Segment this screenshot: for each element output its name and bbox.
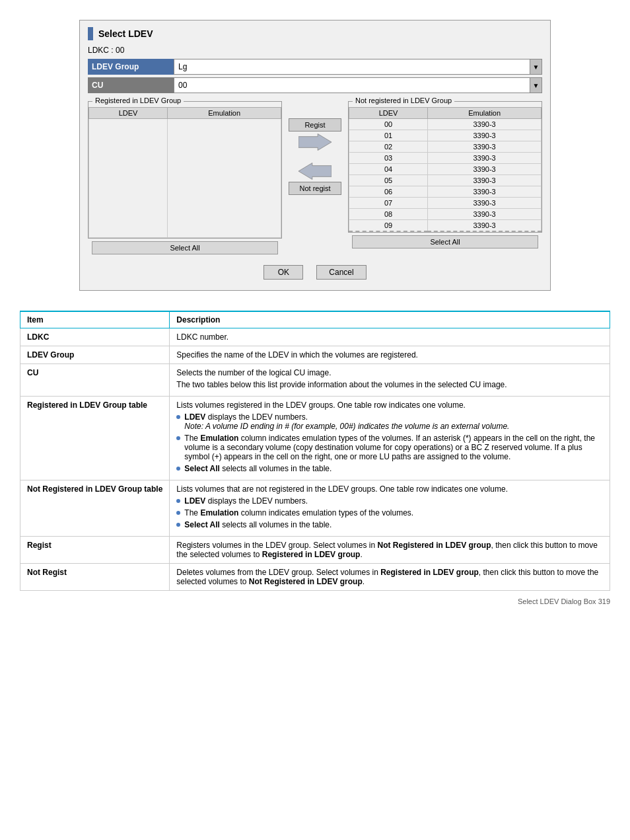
select-all-right-btn[interactable]: Select All (352, 235, 538, 248)
doc-row-not-regist: Not Regist Deletes volumes from the LDEV… (20, 564, 610, 591)
doc-row-regist: Regist Registers volumes in the LDEV gro… (20, 537, 610, 564)
not-registered-scroll[interactable]: LDEV Emulation 003390-3013390-3023390-30… (349, 107, 542, 232)
doc-desc-cu: Selects the number of the logical CU ima… (170, 364, 610, 397)
bullet-dot-2 (176, 436, 180, 440)
not-registered-panel-title: Not registered in LDEV Group (353, 96, 454, 104)
ldev-cell: 09 (349, 220, 428, 232)
ldev-cell: 05 (349, 175, 428, 186)
table-row: 053390-3 (349, 175, 542, 186)
bullet-selectall-not-registered: Select All selects all volumes in the ta… (176, 520, 603, 529)
doc-table-wrapper: Item Description LDKC LDKC number. LDEV … (0, 311, 630, 591)
select-all-left-btn[interactable]: Select All (92, 241, 278, 254)
emulation-cell: 3390-3 (428, 175, 542, 186)
svg-marker-1 (298, 163, 332, 180)
ldev-cell: 03 (349, 153, 428, 164)
doc-item-not-registered: Not Registered in LDEV Group table (20, 480, 170, 537)
page-footer: Select LDEV Dialog Box 319 (0, 591, 630, 612)
emulation-cell: 3390-3 (428, 119, 542, 130)
not-registered-panel: Not registered in LDEV Group LDEV Emulat… (348, 98, 542, 251)
table-row: 073390-3 (349, 198, 542, 209)
doc-desc-ldev-group: Specifies the name of the LDEV in which … (170, 346, 610, 364)
cu-select[interactable]: 00 ▼ (174, 77, 542, 93)
table-row: 093390-3 (349, 220, 542, 232)
cu-arrow[interactable]: ▼ (530, 78, 542, 93)
table-row: 013390-3 (349, 130, 542, 141)
ldkc-row: LDKC : 00 (88, 46, 542, 55)
bullet-dot-5 (176, 511, 180, 515)
doc-row-cu: CU Selects the number of the logical CU … (20, 364, 610, 397)
select-ldev-dialog: Select LDEV LDKC : 00 LDEV Group Lg ▼ CU… (79, 20, 551, 291)
doc-row-ldkc: LDKC LDKC number. (20, 328, 610, 346)
noreg-emulation-col: Emulation (428, 108, 542, 119)
doc-header-item: Item (20, 311, 170, 328)
doc-item-cu: CU (20, 364, 170, 397)
registered-table: LDEV Emulation (88, 107, 281, 238)
ldev-cell: 01 (349, 130, 428, 141)
bullet-dot-6 (176, 523, 180, 527)
doc-table: Item Description LDKC LDKC number. LDEV … (20, 311, 610, 591)
bullet-ldev-not-registered: LDEV displays the LDEV numbers. (176, 496, 603, 506)
regist-button-group: Regist (289, 118, 341, 151)
not-regist-button[interactable]: Not regist (289, 182, 341, 195)
table-row: 023390-3 (349, 141, 542, 153)
doc-desc-not-regist: Deletes volumes from the LDEV group. Sel… (170, 564, 610, 591)
dialog-title: Select LDEV (98, 28, 153, 39)
cu-row: CU 00 ▼ (88, 77, 542, 93)
emulation-cell: 3390-3 (428, 153, 542, 164)
doc-item-regist: Regist (20, 537, 170, 564)
doc-item-ldev-group: LDEV Group (20, 346, 170, 364)
bullet-text-3: Select All selects all volumes in the ta… (184, 464, 332, 473)
emulation-cell: 3390-3 (428, 209, 542, 220)
reg-emulation-col: Emulation (168, 108, 281, 119)
regist-button[interactable]: Regist (289, 118, 341, 132)
emulation-cell: 3390-3 (428, 130, 542, 141)
emulation-cell: 3390-3 (428, 164, 542, 175)
registered-panel-title: Registered in LDEV Group (92, 96, 184, 104)
bullet-dot-4 (176, 499, 180, 503)
doc-row-not-registered: Not Registered in LDEV Group table Lists… (20, 480, 610, 537)
ldev-cell: 08 (349, 209, 428, 220)
bullet-text-6: Select All selects all volumes in the ta… (184, 520, 332, 529)
bullet-text-4: LDEV displays the LDEV numbers. (184, 496, 308, 506)
ldev-cell: 02 (349, 141, 428, 153)
tables-area: Registered in LDEV Group LDEV Emulation (88, 98, 542, 257)
ldev-group-row: LDEV Group Lg ▼ (88, 59, 542, 75)
ldev-group-select[interactable]: Lg ▼ (174, 59, 542, 75)
dialog-footer: OK Cancel (88, 265, 542, 280)
title-icon (88, 27, 93, 40)
dialog-title-bar: Select LDEV (88, 27, 542, 40)
cu-value: 00 (178, 81, 187, 90)
emulation-cell: 3390-3 (428, 186, 542, 198)
ldev-group-arrow[interactable]: ▼ (530, 59, 542, 74)
doc-row-registered: Registered in LDEV Group table Lists vol… (20, 397, 610, 480)
table-row: 033390-3 (349, 153, 542, 164)
ok-button[interactable]: OK (263, 265, 303, 280)
bullet-emulation-registered: The Emulation column indicates emulation… (176, 434, 603, 461)
middle-buttons: Regist Not regist (282, 118, 348, 195)
svg-marker-0 (298, 134, 332, 151)
doc-desc-registered: Lists volumes registered in the LDEV gro… (170, 397, 610, 480)
not-regist-arrow-icon (298, 162, 332, 180)
doc-desc-not-registered: Lists volumes that are not registered in… (170, 480, 610, 537)
registered-panel: Registered in LDEV Group LDEV Emulation (88, 98, 282, 257)
regist-arrow-icon (298, 133, 332, 151)
not-regist-button-group: Not regist (289, 162, 341, 195)
cu-label: CU (88, 77, 174, 93)
table-row: 063390-3 (349, 186, 542, 198)
ldev-cell: 07 (349, 198, 428, 209)
bullet-text-2: The Emulation column indicates emulation… (184, 434, 603, 461)
bullet-dot-3 (176, 467, 180, 471)
ldev-group-value: Lg (178, 62, 187, 71)
ldev-cell: 06 (349, 186, 428, 198)
cancel-button[interactable]: Cancel (316, 265, 366, 280)
ldev-cell: 00 (349, 119, 428, 130)
bullet-text-5: The Emulation column indicates emulation… (184, 508, 413, 517)
doc-row-ldev-group: LDEV Group Specifies the name of the LDE… (20, 346, 610, 364)
ldev-group-label: LDEV Group (88, 59, 174, 75)
not-registered-table: LDEV Emulation 003390-3013390-3023390-30… (349, 107, 542, 232)
bullet-dot-1 (176, 415, 180, 419)
emulation-cell: 3390-3 (428, 141, 542, 153)
table-row: 083390-3 (349, 209, 542, 220)
ldkc-value: LDKC : 00 (88, 46, 124, 55)
bullet-text-1: LDEV displays the LDEV numbers.Note: A v… (184, 412, 509, 431)
